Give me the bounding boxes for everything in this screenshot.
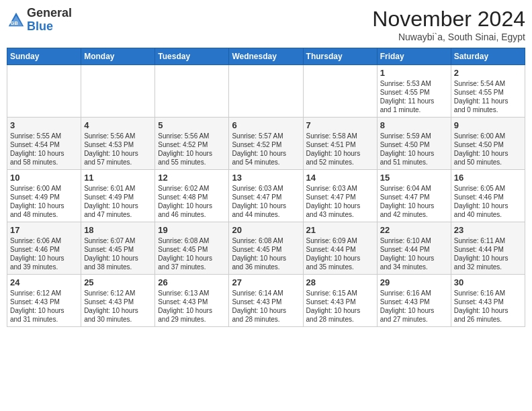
day-info-line: Sunrise: 6:10 AM [380, 236, 448, 245]
calendar-cell: 17Sunrise: 6:06 AMSunset: 4:46 PMDayligh… [7, 222, 81, 275]
day-info-line: Sunrise: 5:56 AM [158, 132, 226, 140]
day-info-line: Sunset: 4:43 PM [158, 298, 226, 306]
header: GB General Blue November 2024 Nuwaybi`a,… [7, 7, 525, 42]
calendar-week-row: 10Sunrise: 6:00 AMSunset: 4:49 PMDayligh… [7, 170, 525, 222]
calendar-day-header: Friday [377, 48, 451, 65]
day-info-line: Daylight: 10 hours [84, 254, 152, 263]
title-block: November 2024 Nuwaybi`a, South Sinai, Eg… [372, 7, 525, 42]
calendar-day-header: Saturday [451, 48, 525, 65]
day-info-line: Sunrise: 5:59 AM [380, 132, 448, 140]
page: GB General Blue November 2024 Nuwaybi`a,… [0, 0, 532, 334]
calendar-cell: 12Sunrise: 6:02 AMSunset: 4:48 PMDayligh… [155, 170, 229, 222]
day-info-line: Daylight: 10 hours [380, 306, 448, 315]
day-info-line: and 57 minutes. [84, 158, 152, 167]
calendar-cell [229, 65, 303, 118]
calendar-day-header: Wednesday [229, 48, 303, 65]
day-info-line: and 48 minutes. [10, 210, 78, 219]
day-info-line: Sunrise: 6:14 AM [232, 289, 300, 298]
day-info-line: Daylight: 10 hours [454, 149, 522, 158]
calendar-cell [81, 65, 155, 118]
calendar-cell: 16Sunrise: 6:05 AMSunset: 4:46 PMDayligh… [451, 170, 525, 222]
calendar-table: SundayMondayTuesdayWednesdayThursdayFrid… [7, 48, 525, 327]
day-number: 1 [380, 68, 448, 78]
day-info-line: and 44 minutes. [232, 210, 300, 219]
day-info-line: and 38 minutes. [84, 263, 152, 271]
calendar-cell: 2Sunrise: 5:54 AMSunset: 4:55 PMDaylight… [451, 65, 525, 118]
logo-blue-text: Blue [27, 20, 72, 34]
calendar-day-header: Tuesday [155, 48, 229, 65]
day-info-line: Sunset: 4:55 PM [380, 88, 448, 97]
day-info-line: and 55 minutes. [158, 158, 226, 167]
day-info-line: Sunrise: 6:07 AM [84, 236, 152, 245]
day-number: 7 [306, 120, 374, 130]
day-info-line: Sunrise: 6:06 AM [10, 236, 78, 245]
calendar-cell: 6Sunrise: 5:57 AMSunset: 4:52 PMDaylight… [229, 118, 303, 170]
day-info-line: Sunset: 4:45 PM [84, 245, 152, 254]
day-info-line: and 51 minutes. [380, 158, 448, 167]
day-info-line: Daylight: 10 hours [10, 201, 78, 210]
calendar-cell: 4Sunrise: 5:56 AMSunset: 4:53 PMDaylight… [81, 118, 155, 170]
day-number: 6 [232, 120, 300, 130]
day-info-line: and 52 minutes. [306, 158, 374, 167]
day-info-line: Sunset: 4:50 PM [454, 140, 522, 149]
day-info-line: Sunrise: 6:04 AM [380, 184, 448, 193]
day-info-line: Sunset: 4:53 PM [84, 140, 152, 149]
calendar-cell: 8Sunrise: 5:59 AMSunset: 4:50 PMDaylight… [377, 118, 451, 170]
calendar-cell: 30Sunrise: 6:16 AMSunset: 4:43 PMDayligh… [451, 275, 525, 327]
day-number: 21 [306, 225, 374, 235]
calendar-cell: 24Sunrise: 6:12 AMSunset: 4:43 PMDayligh… [7, 275, 81, 327]
day-info-line: Sunset: 4:52 PM [158, 140, 226, 149]
day-number: 24 [10, 277, 78, 287]
calendar-cell: 11Sunrise: 6:01 AMSunset: 4:49 PMDayligh… [81, 170, 155, 222]
calendar-cell: 5Sunrise: 5:56 AMSunset: 4:52 PMDaylight… [155, 118, 229, 170]
day-info-line: Daylight: 10 hours [158, 149, 226, 158]
day-info-line: and 32 minutes. [454, 263, 522, 271]
day-info-line: and 54 minutes. [232, 158, 300, 167]
day-info-line: Sunrise: 5:57 AM [232, 132, 300, 140]
calendar-cell [7, 65, 81, 118]
day-number: 9 [454, 120, 522, 130]
day-info-line: Daylight: 10 hours [380, 149, 448, 158]
day-number: 28 [306, 277, 374, 287]
day-info-line: Sunrise: 6:08 AM [232, 236, 300, 245]
day-info-line: and 30 minutes. [84, 315, 152, 324]
day-info-line: Daylight: 10 hours [454, 254, 522, 263]
day-info-line: and 40 minutes. [454, 210, 522, 219]
day-info-line: Daylight: 10 hours [158, 306, 226, 315]
calendar-week-row: 17Sunrise: 6:06 AMSunset: 4:46 PMDayligh… [7, 222, 525, 275]
day-info-line: Sunset: 4:46 PM [10, 245, 78, 254]
day-info-line: Sunrise: 6:16 AM [380, 289, 448, 298]
day-info-line: Sunset: 4:54 PM [10, 140, 78, 149]
day-info-line: Sunrise: 6:16 AM [454, 289, 522, 298]
day-info-line: Sunrise: 6:00 AM [454, 132, 522, 140]
day-info-line: Sunrise: 6:12 AM [10, 289, 78, 298]
calendar-day-header: Sunday [7, 48, 81, 65]
day-number: 23 [454, 225, 522, 235]
calendar-week-row: 1Sunrise: 5:53 AMSunset: 4:55 PMDaylight… [7, 65, 525, 118]
day-info-line: Sunrise: 6:11 AM [454, 236, 522, 245]
calendar-cell: 27Sunrise: 6:14 AMSunset: 4:43 PMDayligh… [229, 275, 303, 327]
calendar-cell [155, 65, 229, 118]
day-number: 18 [84, 225, 152, 235]
day-info-line: and 26 minutes. [454, 315, 522, 324]
calendar-header-row: SundayMondayTuesdayWednesdayThursdayFrid… [7, 48, 525, 65]
day-info-line: Sunrise: 6:05 AM [454, 184, 522, 193]
calendar-cell: 13Sunrise: 6:03 AMSunset: 4:47 PMDayligh… [229, 170, 303, 222]
calendar-week-row: 24Sunrise: 6:12 AMSunset: 4:43 PMDayligh… [7, 275, 525, 327]
day-info-line: Daylight: 10 hours [232, 306, 300, 315]
day-info-line: Daylight: 10 hours [306, 254, 374, 263]
day-info-line: and 0 minutes. [454, 105, 522, 114]
day-info-line: Sunrise: 6:15 AM [306, 289, 374, 298]
day-info-line: Sunrise: 6:08 AM [158, 236, 226, 245]
day-info-line: Sunset: 4:49 PM [10, 193, 78, 201]
calendar-cell: 7Sunrise: 5:58 AMSunset: 4:51 PMDaylight… [303, 118, 377, 170]
calendar-day-header: Thursday [303, 48, 377, 65]
day-info-line: Sunset: 4:47 PM [232, 193, 300, 201]
calendar-cell: 25Sunrise: 6:12 AMSunset: 4:43 PMDayligh… [81, 275, 155, 327]
month-title: November 2024 [372, 7, 525, 32]
calendar-cell: 10Sunrise: 6:00 AMSunset: 4:49 PMDayligh… [7, 170, 81, 222]
day-info-line: Daylight: 10 hours [84, 201, 152, 210]
calendar-cell: 9Sunrise: 6:00 AMSunset: 4:50 PMDaylight… [451, 118, 525, 170]
day-info-line: Sunrise: 6:00 AM [10, 184, 78, 193]
day-info-line: and 42 minutes. [380, 210, 448, 219]
